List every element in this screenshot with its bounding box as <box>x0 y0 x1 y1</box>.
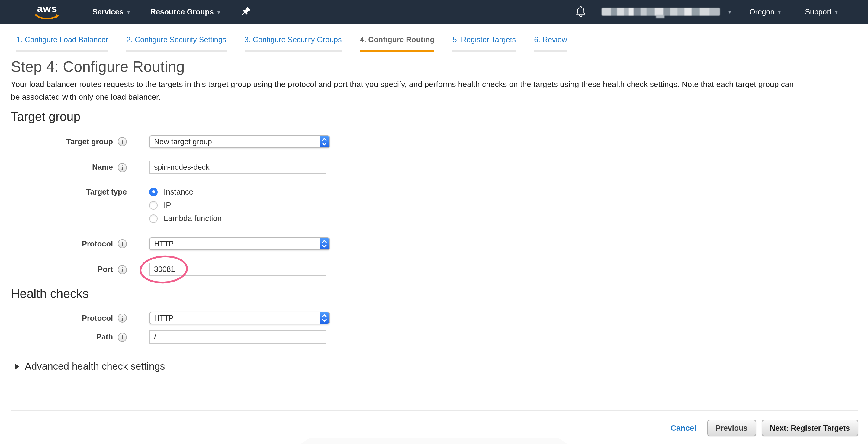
select-stepper-icon <box>319 136 329 148</box>
aws-smile-icon <box>35 13 59 20</box>
nav-resource-groups-label: Resource Groups <box>150 7 214 16</box>
radio-label: Lambda function <box>164 214 222 223</box>
port-label: Port <box>98 265 113 274</box>
target-group-label: Target group <box>66 137 113 146</box>
nav-services[interactable]: Services ▾ <box>92 7 130 16</box>
info-icon[interactable]: i <box>118 163 127 172</box>
next-register-targets-button[interactable]: Next: Register Targets <box>762 420 858 436</box>
target-group-select[interactable]: New target group <box>149 135 330 148</box>
protocol-label: Protocol <box>82 240 113 248</box>
info-icon[interactable]: i <box>118 137 127 146</box>
tab-configure-security-groups[interactable]: 3. Configure Security Groups <box>244 36 342 52</box>
section-divider <box>11 376 858 376</box>
name-label-cell: Name i <box>11 163 127 172</box>
info-icon[interactable]: i <box>118 239 127 248</box>
radio-label: Instance <box>164 187 193 196</box>
region-label: Oregon <box>749 7 774 16</box>
page-description-line2: be associated with only one load balance… <box>11 91 858 103</box>
cancel-button[interactable]: Cancel <box>671 423 696 433</box>
path-row: Path i <box>11 330 858 344</box>
select-stepper-icon <box>319 312 329 324</box>
aws-logo-text: aws <box>37 3 57 13</box>
notifications-button[interactable] <box>576 6 586 18</box>
region-menu[interactable]: Oregon ▾ <box>749 7 781 16</box>
page-description: Your load balancer routes requests to th… <box>11 78 858 103</box>
previous-button[interactable]: Previous <box>707 420 756 436</box>
name-label: Name <box>92 163 113 171</box>
section-divider <box>11 304 858 305</box>
target-group-label-cell: Target group i <box>11 137 127 146</box>
protocol-row: Protocol i HTTP <box>11 237 858 250</box>
radio-option-lambda[interactable]: Lambda function <box>149 214 222 223</box>
wizard-tabs: 1. Configure Load Balancer 2. Configure … <box>0 24 868 52</box>
radio-unselected-icon[interactable] <box>149 214 158 223</box>
target-group-row: Target group i New target group <box>11 135 858 148</box>
health-checks-heading: Health checks <box>11 286 858 301</box>
radio-unselected-icon[interactable] <box>149 201 158 209</box>
target-type-label-cell: Target type <box>11 187 127 196</box>
target-type-label: Target type <box>86 188 127 196</box>
info-icon[interactable]: i <box>118 265 127 274</box>
health-protocol-select-value: HTTP <box>150 314 319 322</box>
health-protocol-label: Protocol <box>82 314 113 322</box>
radio-option-instance[interactable]: Instance <box>149 187 222 196</box>
nav-services-label: Services <box>92 7 124 16</box>
tab-configure-routing[interactable]: 4. Configure Routing <box>360 36 435 52</box>
name-input[interactable] <box>149 161 326 174</box>
advanced-health-check-toggle[interactable]: Advanced health check settings <box>11 361 858 372</box>
target-type-row: Target type Instance IP Lambda function <box>11 187 858 223</box>
radio-label: IP <box>164 200 171 210</box>
navbar-right: ▾ Oregon ▾ Support ▾ <box>576 6 838 18</box>
port-label-cell: Port i <box>11 265 127 274</box>
chevron-down-icon: ▾ <box>217 9 220 15</box>
account-name-blurred <box>601 8 720 16</box>
target-type-options: Instance IP Lambda function <box>149 187 222 223</box>
page-title: Step 4: Configure Routing <box>11 58 858 75</box>
name-row: Name i <box>11 161 858 174</box>
tab-register-targets[interactable]: 5. Register Targets <box>453 36 516 52</box>
main-content: Step 4: Configure Routing Your load bala… <box>0 58 868 436</box>
port-row: Port i <box>11 263 858 276</box>
health-protocol-row: Protocol i HTTP <box>11 312 858 324</box>
path-input[interactable] <box>149 330 326 344</box>
advanced-health-check-label: Advanced health check settings <box>25 361 165 372</box>
footer-buttons: Cancel Previous Next: Register Targets <box>11 420 858 436</box>
tab-review[interactable]: 6. Review <box>534 36 567 52</box>
radio-option-ip[interactable]: IP <box>149 200 222 210</box>
expand-arrow-icon <box>15 363 19 370</box>
target-group-select-value: New target group <box>150 137 319 146</box>
protocol-select-value: HTTP <box>150 240 319 248</box>
bell-icon <box>576 6 586 18</box>
health-protocol-select[interactable]: HTTP <box>149 312 330 324</box>
footer-divider <box>11 410 858 411</box>
support-label: Support <box>805 7 832 16</box>
info-icon[interactable]: i <box>118 314 127 323</box>
chevron-down-icon: ▾ <box>728 9 731 15</box>
protocol-label-cell: Protocol i <box>11 239 127 248</box>
path-label: Path <box>96 333 113 341</box>
nav-resource-groups[interactable]: Resource Groups ▾ <box>150 7 220 16</box>
target-group-heading: Target group <box>11 109 858 124</box>
tab-configure-security-settings[interactable]: 2. Configure Security Settings <box>126 36 226 52</box>
port-input[interactable] <box>149 263 326 276</box>
tab-configure-load-balancer[interactable]: 1. Configure Load Balancer <box>16 36 108 52</box>
page: aws Services ▾ Resource Groups ▾ <box>0 0 868 444</box>
chevron-down-icon: ▾ <box>835 9 838 15</box>
chevron-down-icon: ▾ <box>127 9 130 15</box>
info-icon[interactable]: i <box>118 332 127 342</box>
health-protocol-label-cell: Protocol i <box>11 314 127 323</box>
support-menu[interactable]: Support ▾ <box>805 7 838 16</box>
select-stepper-icon <box>319 238 329 250</box>
section-divider <box>11 127 858 127</box>
page-description-line1: Your load balancer routes requests to th… <box>11 78 858 91</box>
chevron-down-icon: ▾ <box>778 9 781 15</box>
aws-logo[interactable]: aws <box>35 3 59 20</box>
bottom-faint-panel <box>292 438 576 444</box>
account-menu[interactable]: ▾ <box>586 8 731 16</box>
nav-pin-shortcut[interactable] <box>242 7 251 17</box>
pushpin-icon <box>242 7 251 17</box>
path-label-cell: Path i <box>11 332 127 342</box>
protocol-select[interactable]: HTTP <box>149 237 330 250</box>
radio-selected-icon[interactable] <box>149 188 158 196</box>
top-navbar: aws Services ▾ Resource Groups ▾ <box>0 0 868 24</box>
